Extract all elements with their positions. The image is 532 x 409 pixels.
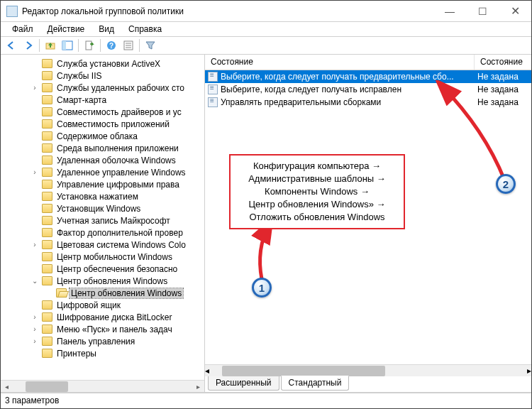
tabs-bar: Расширенный Стандартный [205, 376, 531, 392]
show-hide-tree-button[interactable] [60, 38, 75, 53]
tree-item-label: Цветовая система Windows Colo [55, 240, 187, 250]
tree-item[interactable]: Среда выполнения приложени [1, 142, 204, 154]
list-row[interactable]: Управлять предварительными сборкамиНе за… [205, 96, 531, 109]
folder-icon [42, 300, 52, 310]
policy-state: Не задана [475, 97, 531, 107]
tree-item[interactable]: ⌄Центр обновления Windows [1, 275, 204, 287]
scrollbar-thumb[interactable] [222, 366, 385, 376]
tree-item[interactable]: Удаленная оболочка Windows [1, 154, 204, 166]
tree-item[interactable]: ›Удаленное управление Windows [1, 166, 204, 178]
list-row[interactable]: Выберите, когда следует получать предвар… [205, 70, 531, 83]
scrollbar-thumb[interactable] [26, 381, 68, 392]
separator [39, 39, 40, 52]
column-state-header[interactable]: Состояние [475, 55, 531, 70]
policy-state: Не задана [475, 72, 531, 82]
tree-item[interactable]: Центр мобильности Windows [1, 251, 204, 263]
properties-button[interactable] [121, 38, 136, 53]
export-button[interactable] [82, 38, 97, 53]
policy-name: Управлять предварительными сборками [221, 97, 381, 107]
annotation-line: Центр обновления Windows» → [236, 198, 398, 211]
tree-pane: Служба установки ActiveXСлужбы IIS›Служб… [1, 55, 205, 392]
tree-item[interactable]: Центр обновления Windows [1, 287, 204, 299]
column-name-header[interactable]: Состояние [205, 55, 475, 70]
status-bar: 3 параметров [1, 393, 531, 408]
chevron-right-icon[interactable]: › [31, 313, 39, 322]
tree-item[interactable]: Совместимость приложений [1, 118, 204, 130]
folder-icon [56, 288, 67, 298]
tree-item[interactable]: ›Панель управления [1, 335, 204, 347]
tree-item-label: Содержимое облака [55, 131, 139, 141]
tree-item[interactable]: Управление цифровыми права [1, 178, 204, 190]
forward-button[interactable] [21, 38, 36, 53]
policy-state: Не задана [475, 84, 531, 94]
folder-icon [42, 83, 52, 92]
back-button[interactable] [4, 38, 19, 53]
folder-icon [42, 276, 52, 285]
tree-item[interactable]: Служба установки ActiveX [1, 58, 204, 70]
tree-item[interactable]: Центр обеспечения безопасно [1, 263, 204, 275]
list-row[interactable]: Выберите, когда следует получать исправл… [205, 83, 531, 96]
chevron-right-icon[interactable]: › [31, 168, 39, 177]
chevron-down-icon[interactable]: ⌄ [31, 277, 39, 285]
menu-view[interactable]: Вид [92, 23, 121, 36]
tree-item[interactable]: Фактор дополнительной провер [1, 227, 204, 239]
tree-item-label: Служба установки ActiveX [55, 59, 162, 69]
tree-item[interactable]: Учетная запись Майкрософт [1, 214, 204, 227]
tree-item-label: Центр обеспечения безопасно [55, 264, 179, 274]
chevron-right-icon[interactable]: › [31, 325, 39, 334]
tree-item[interactable]: Смарт-карта [1, 94, 204, 106]
tree-view[interactable]: Служба установки ActiveXСлужбы IIS›Служб… [1, 55, 204, 380]
tree-item[interactable]: Службы IIS [1, 70, 204, 82]
tree-item[interactable]: Цифровой ящик [1, 299, 204, 311]
tree-item-label: Совместимость приложений [55, 119, 171, 129]
filter-button[interactable] [143, 38, 158, 53]
chevron-right-icon[interactable]: › [31, 84, 39, 92]
tree-item[interactable]: Установка нажатием [1, 190, 204, 202]
tree-pane-icon [62, 40, 73, 51]
tree-item-label: Центр обновления Windows [55, 276, 169, 286]
policy-icon [208, 97, 218, 107]
menu-action[interactable]: Действие [40, 23, 92, 36]
arrow-right-icon [23, 40, 34, 51]
tree-item[interactable]: ›Службы удаленных рабочих сто [1, 82, 204, 94]
minimize-button[interactable]: — [433, 1, 466, 22]
scroll-left-icon[interactable]: ◂ [205, 366, 209, 376]
chevron-right-icon[interactable]: › [31, 241, 39, 249]
folder-icon [42, 252, 52, 261]
app-icon [6, 6, 18, 17]
tree-item-label: Меню «Пуск» и панель задач [55, 325, 174, 334]
folder-icon [42, 325, 52, 334]
menu-file[interactable]: Файл [5, 23, 40, 36]
tree-item[interactable]: Совместимость драйверов и ус [1, 106, 204, 118]
list-hscrollbar[interactable]: ◂ ▸ [205, 364, 531, 376]
folder-icon [42, 228, 52, 237]
tree-item[interactable]: Принтеры [1, 347, 204, 359]
tree-item[interactable]: Установщик Windows [1, 202, 204, 214]
tab-standard[interactable]: Стандартный [281, 376, 350, 391]
help-icon: ? [106, 40, 117, 51]
scroll-right-icon[interactable]: ▸ [527, 366, 531, 376]
tree-hscrollbar[interactable]: ◂ ▸ [1, 380, 204, 392]
tree-item[interactable]: Содержимое облака [1, 130, 204, 142]
folder-icon [42, 337, 52, 346]
chevron-right-icon[interactable]: › [31, 337, 39, 346]
menu-help[interactable]: Справка [121, 23, 169, 36]
close-button[interactable]: ✕ [499, 1, 531, 22]
properties-icon [123, 40, 134, 51]
up-button[interactable] [43, 38, 58, 53]
tab-extended[interactable]: Расширенный [208, 376, 279, 391]
folder-icon [42, 312, 52, 322]
scroll-right-icon[interactable]: ▸ [192, 381, 204, 393]
tree-item-label: Удаленная оболочка Windows [55, 156, 177, 165]
policy-icon [208, 84, 218, 94]
maximize-button[interactable]: ☐ [466, 1, 499, 22]
tree-item[interactable]: ›Шифрование диска BitLocker [1, 311, 204, 323]
help-button[interactable]: ? [104, 38, 119, 53]
scroll-left-icon[interactable]: ◂ [1, 381, 13, 393]
tree-item[interactable]: ›Цветовая система Windows Colo [1, 239, 204, 251]
tree-item[interactable]: ›Меню «Пуск» и панель задач [1, 323, 204, 335]
folder-icon [42, 180, 52, 189]
annotation-line: Отложить обновления Windows [236, 211, 398, 224]
tree-item-label: Шифрование диска BitLocker [55, 312, 173, 322]
menu-bar: Файл Действие Вид Справка [1, 22, 531, 36]
